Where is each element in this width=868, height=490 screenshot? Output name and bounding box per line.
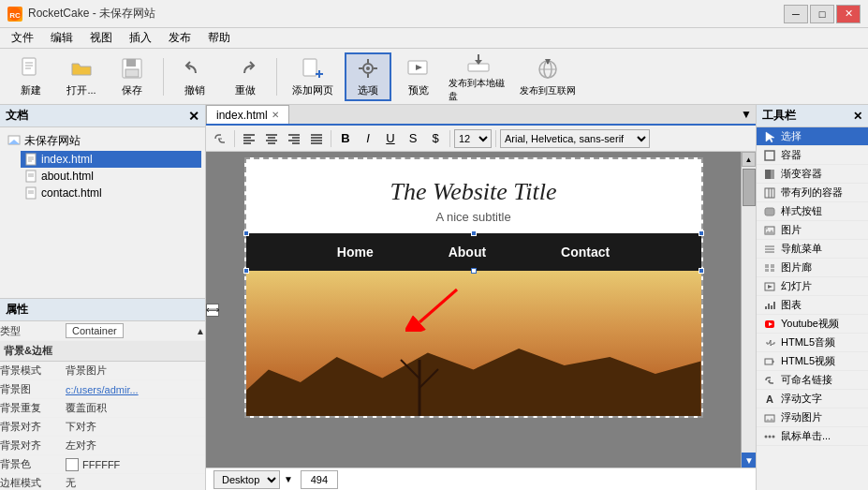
font-size-select[interactable]: 12 (454, 129, 492, 148)
underline-button[interactable]: U (380, 128, 401, 149)
nav-container[interactable]: Home About Contact (246, 233, 701, 271)
tool-html5video[interactable]: HTML5视频 (757, 352, 868, 371)
center-area: index.html ✕ ▼ B I (206, 105, 756, 490)
nav-about[interactable]: About (449, 245, 486, 260)
color-swatch[interactable] (66, 458, 79, 471)
vscroll-track[interactable] (742, 167, 756, 453)
device-select[interactable]: Desktop (213, 470, 280, 489)
menu-publish[interactable]: 发布 (161, 28, 199, 48)
align-justify-button[interactable] (306, 128, 327, 149)
file-index-html[interactable]: index.html (21, 151, 201, 168)
redo-button[interactable]: 重做 (222, 52, 269, 101)
prop-bg-color-row: 背景色 FFFFFF (0, 455, 205, 474)
file-about-html[interactable]: about.html (21, 168, 201, 185)
preview-button[interactable]: 预览 (395, 52, 442, 101)
tool-nav-menu[interactable]: 导航菜单 (757, 240, 868, 259)
svg-rect-83 (768, 304, 770, 309)
preview-image-area[interactable] (246, 271, 701, 416)
canvas-width-input[interactable] (301, 470, 338, 489)
prop-bg-repeat-value: 覆盖面积 (66, 401, 205, 415)
tool-html5audio[interactable]: HTML5音频 (757, 334, 868, 352)
minimize-button[interactable]: ─ (784, 5, 808, 23)
vscroll-up-btn[interactable]: ▲ (742, 152, 756, 167)
tool-floattext[interactable]: A 浮动文字 (757, 390, 868, 408)
tool-container[interactable]: 容器 (757, 146, 868, 165)
options-button[interactable]: 选项 (345, 52, 391, 101)
tool-column-container[interactable]: 带有列的容器 (757, 184, 868, 202)
menu-bar: 文件 编辑 视图 插入 发布 帮助 (0, 28, 868, 49)
prop-bg-image-value[interactable]: c:/users/admir... (66, 384, 205, 395)
tool-namedlink[interactable]: 可命名链接 (757, 371, 868, 390)
tool-style-button[interactable]: 样式按钮 (757, 202, 868, 221)
menu-file[interactable]: 文件 (4, 28, 41, 48)
menu-view[interactable]: 视图 (82, 28, 120, 48)
prop-type-value: Container ▲ (66, 323, 205, 338)
maximize-button[interactable]: □ (810, 5, 834, 23)
italic-button[interactable]: I (358, 128, 378, 149)
container-icon (762, 149, 777, 162)
toolbar: 新建 打开... 保存 撤销 重做 添加网页 (0, 49, 868, 105)
nav-home[interactable]: Home (337, 245, 374, 260)
tool-select[interactable]: 选择 (757, 127, 868, 146)
tab-index-html[interactable]: index.html ✕ (206, 105, 289, 124)
tool-gallery[interactable]: 图片廊 (757, 259, 868, 277)
tab-close-btn[interactable]: ✕ (272, 110, 279, 120)
format-sep-4 (495, 130, 496, 147)
preview-header: The Website Title A nice subtitle (246, 159, 701, 233)
tab-label: index.html (216, 109, 268, 122)
menu-edit[interactable]: 编辑 (43, 28, 81, 48)
canvas-container: ⟺ The Website Title A nice subtitle (206, 152, 741, 468)
toolbox-close[interactable]: ✕ (853, 110, 862, 123)
props-scroll[interactable]: 类型 Container ▲ 背景&边框 背景模式 背景图片 背景图 c:/us… (0, 321, 205, 490)
tool-image[interactable]: 图片 (757, 221, 868, 240)
svg-rect-66 (765, 188, 774, 198)
svg-point-13 (366, 67, 370, 70)
vscroll-bottom-accent[interactable]: ▼ (742, 453, 756, 468)
tool-container-label: 容器 (781, 148, 802, 162)
tool-youtube[interactable]: Youtube视频 (757, 315, 868, 334)
publish-local-button[interactable]: 发布到本地磁盘 (446, 52, 511, 101)
addpage-button[interactable]: 添加网页 (285, 52, 341, 101)
svg-text:RC: RC (9, 11, 21, 20)
tool-floatimage[interactable]: 浮动图片 (757, 408, 868, 427)
tab-scroll-btn[interactable]: ▼ (737, 105, 756, 124)
bold-button[interactable]: B (335, 128, 356, 149)
svg-rect-84 (771, 305, 772, 309)
website-preview[interactable]: The Website Title A nice subtitle Ho (244, 157, 703, 418)
tool-html5audio-label: HTML5音频 (781, 335, 835, 349)
special-button[interactable]: $ (425, 128, 446, 149)
svg-marker-92 (765, 418, 774, 422)
menu-help[interactable]: 帮助 (200, 28, 238, 48)
align-center-button[interactable] (261, 128, 282, 149)
publish-web-button[interactable]: 发布到互联网 (515, 52, 581, 101)
file-contact-html[interactable]: contact.html (21, 185, 201, 201)
font-family-select[interactable]: Arial, Helvetica, sans-serif (500, 129, 650, 148)
doc-website-root[interactable]: 未保存网站 (4, 131, 201, 151)
vscroll-thumb[interactable] (743, 169, 756, 206)
open-icon (68, 55, 95, 82)
tool-more[interactable]: 鼠标单击... (757, 427, 868, 446)
strikethrough-button[interactable]: S (403, 128, 423, 149)
handle-tl (243, 230, 249, 236)
properties-panel: 属性 类型 Container ▲ 背景&边框 背景模式 背景图片 背景图 (0, 298, 205, 490)
close-button[interactable]: ✕ (836, 5, 861, 23)
select-icon (762, 130, 777, 143)
open-button[interactable]: 打开... (58, 52, 105, 101)
undo-button[interactable]: 撤销 (171, 52, 218, 101)
save-button[interactable]: 保存 (109, 52, 155, 101)
align-left-button[interactable] (239, 128, 259, 149)
align-right-button[interactable] (284, 128, 304, 149)
doc-panel-close[interactable]: ✕ (188, 109, 199, 124)
svg-marker-89 (772, 360, 774, 364)
new-button[interactable]: 新建 (7, 52, 54, 101)
canvas-resize-handle[interactable]: ⟺ (206, 304, 219, 317)
tool-slideshow[interactable]: 幻灯片 (757, 277, 868, 296)
link-button[interactable] (210, 128, 230, 149)
svg-marker-81 (768, 285, 772, 289)
tool-chart[interactable]: 图表 (757, 296, 868, 315)
redo-icon (232, 55, 258, 82)
tool-slider-container[interactable]: 渐变容器 (757, 165, 868, 184)
menu-insert[interactable]: 插入 (122, 28, 159, 48)
type-dropdown-arrow[interactable]: ▲ (196, 326, 205, 336)
nav-contact[interactable]: Contact (561, 245, 610, 260)
